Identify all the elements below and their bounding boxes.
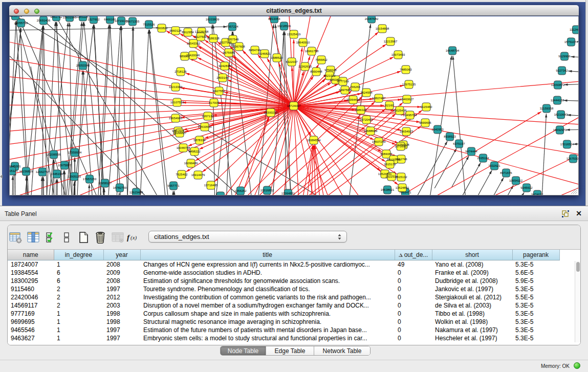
graph-node-label: 10807487 xyxy=(372,97,386,100)
table-cell: Tibbo et al. (1998) xyxy=(432,310,512,318)
status-bar: Memory: OK xyxy=(0,360,588,372)
row-height-button[interactable] xyxy=(58,231,75,244)
table-cell: Stergiakouli et al. (2012) xyxy=(432,293,512,301)
window-resize-grip[interactable] xyxy=(570,186,578,194)
column-header-title[interactable]: title xyxy=(140,250,395,260)
edge-arrowhead-icon xyxy=(397,71,401,73)
function-builder-button[interactable]: f (x) xyxy=(126,232,142,243)
graph-node-label: 16210643 xyxy=(554,113,568,116)
graph-edge xyxy=(227,80,294,106)
table-settings-button[interactable] xyxy=(8,231,23,244)
edge-arrowhead-icon xyxy=(308,56,310,60)
table-cell: 2003 xyxy=(103,301,140,310)
table-cell: Dudbridge et al. (2008) xyxy=(432,277,512,285)
graph-node-label: 1527602 xyxy=(88,18,100,21)
edge-arrowhead-icon xyxy=(370,137,374,140)
table-select-dropdown[interactable]: citations_edges.txt xyxy=(148,231,347,243)
graph-node-label: 10924502 xyxy=(214,194,228,195)
graph-edge xyxy=(189,58,294,106)
graph-node-label: 10975887 xyxy=(58,164,72,167)
column-header-out-de-[interactable]: out_de... xyxy=(395,250,432,260)
graph-node-label: 12093872 xyxy=(551,83,565,86)
table-cell: Estimation of the future numbers of pati… xyxy=(140,326,395,334)
graph-node-label: 7632621 xyxy=(488,164,500,167)
graph-node-label: 1075692 xyxy=(395,145,407,148)
delete-trash-button[interactable] xyxy=(92,231,108,244)
table-cell: 2 xyxy=(54,293,103,301)
table-row[interactable]: 2242004622012Investigating the contribut… xyxy=(8,293,559,301)
table-row[interactable]: 1830029562008Estimation of significance … xyxy=(8,277,559,285)
float-window-icon[interactable] xyxy=(561,210,570,218)
tab-node-table[interactable]: Node Table xyxy=(221,346,266,355)
graph-node-label: 2935114 xyxy=(477,157,490,160)
graph-node-label: 989961 xyxy=(180,55,190,58)
table-row[interactable]: 977716911998Corpus callosum shape and si… xyxy=(8,310,559,318)
table-viewport: namein_degreeyeartitleout_de...shortpage… xyxy=(8,249,581,345)
network-canvas[interactable]: 1296074524055712206914069861712156019481… xyxy=(9,16,579,195)
control-panel-collapse-icon[interactable] xyxy=(0,174,3,179)
dropdown-stepper-icon xyxy=(337,233,342,241)
edge-arrowhead-icon xyxy=(186,169,190,172)
graph-node-label: 19463627 xyxy=(400,98,414,101)
graph-edge xyxy=(143,106,294,195)
select-columns-button[interactable] xyxy=(43,231,58,244)
table-cell: 6 xyxy=(54,269,103,277)
table-row[interactable]: 1938455462009Genome-wide association stu… xyxy=(8,269,559,277)
table-cell: Corpus callosum shape and size in male p… xyxy=(140,310,395,318)
graph-node-label: 17957253 xyxy=(83,178,97,181)
edge-arrowhead-icon xyxy=(267,58,270,62)
close-panel-icon[interactable]: ✕ xyxy=(575,209,583,217)
edge-arrowhead-icon xyxy=(571,56,575,58)
table-toolbar: f (x) citations_edges.txt xyxy=(8,225,580,249)
column-header-in-degree[interactable]: in_degree xyxy=(54,250,103,260)
edge-arrowhead-icon xyxy=(69,23,71,27)
graph-node-label: 8813054 xyxy=(268,17,280,20)
graph-node-label: 9427552 xyxy=(213,90,225,93)
graph-node-label: 16648794 xyxy=(446,49,460,52)
graph-node-label: 15601948 xyxy=(63,16,77,19)
table-row[interactable]: 911546021997Tourette syndrome. Phenomeno… xyxy=(8,285,559,293)
graph-node-label: 18607249 xyxy=(372,140,386,143)
table-cell: 5.6E-5 xyxy=(512,269,559,277)
graph-node-label: 12213967 xyxy=(384,40,398,43)
edge-arrowhead-icon xyxy=(450,56,452,60)
graph-node-label: 8938923 xyxy=(444,135,456,138)
graph-edge xyxy=(94,25,120,195)
table-cell: Genome-wide association studies in ADHD. xyxy=(140,269,395,277)
graph-edge xyxy=(294,106,397,157)
network-desktop: citations_edges.txt 12960745240557122069… xyxy=(2,2,585,206)
graph-node-label: 8454749 xyxy=(249,49,261,52)
window-titlebar[interactable]: citations_edges.txt xyxy=(9,5,579,16)
column-header-short[interactable]: short xyxy=(432,250,512,260)
graph-node-label: 16033809 xyxy=(206,18,220,21)
table-cell: 1 xyxy=(54,334,103,342)
graph-edge xyxy=(423,163,481,195)
network-graph: 1296074524055712206914069861712156019481… xyxy=(10,16,578,195)
network-view-window: citations_edges.txt 12960745240557122069… xyxy=(9,5,579,195)
vertical-scrollbar[interactable] xyxy=(575,261,580,342)
scrollbar-thumb[interactable] xyxy=(576,262,580,272)
tab-edge-table[interactable]: Edge Table xyxy=(266,346,314,355)
column-header-year[interactable]: year xyxy=(103,250,140,260)
table-row[interactable]: 946554611997Estimation of the future num… xyxy=(8,326,559,334)
graph-node-label: 9498222 xyxy=(188,150,201,153)
tab-network-table[interactable]: Network Table xyxy=(314,346,370,355)
table-row[interactable]: 1456911722003Disruption of a novel membe… xyxy=(8,301,559,310)
table-container: f (x) citations_edges.txt namein_degreey… xyxy=(7,225,581,345)
graph-node-label: 19166827 xyxy=(173,132,187,135)
new-document-button[interactable] xyxy=(75,231,92,244)
graph-node-label: 9675685 xyxy=(223,51,235,54)
table-column-button[interactable] xyxy=(23,231,43,244)
graph-node-label: 24055712 xyxy=(14,21,28,25)
graph-edge xyxy=(294,106,578,164)
column-header-pagerank[interactable]: pagerank xyxy=(512,250,559,260)
table-row[interactable]: 946362711997Embryonic stem cells: a mode… xyxy=(8,334,559,342)
column-header-name[interactable]: name xyxy=(8,250,54,260)
graph-node-label: 7955812 xyxy=(315,58,328,61)
memory-ok-icon[interactable] xyxy=(574,362,580,369)
table-row[interactable]: 969969511998Structural magnetic resonanc… xyxy=(8,318,559,326)
table-row[interactable]: 1872400712008Changes of HCN gene express… xyxy=(8,260,559,269)
table-header-row[interactable]: namein_degreeyeartitleout_de...shortpage… xyxy=(8,250,559,260)
node-table[interactable]: namein_degreeyeartitleout_de...shortpage… xyxy=(8,250,560,342)
import-table-button[interactable] xyxy=(108,231,126,244)
